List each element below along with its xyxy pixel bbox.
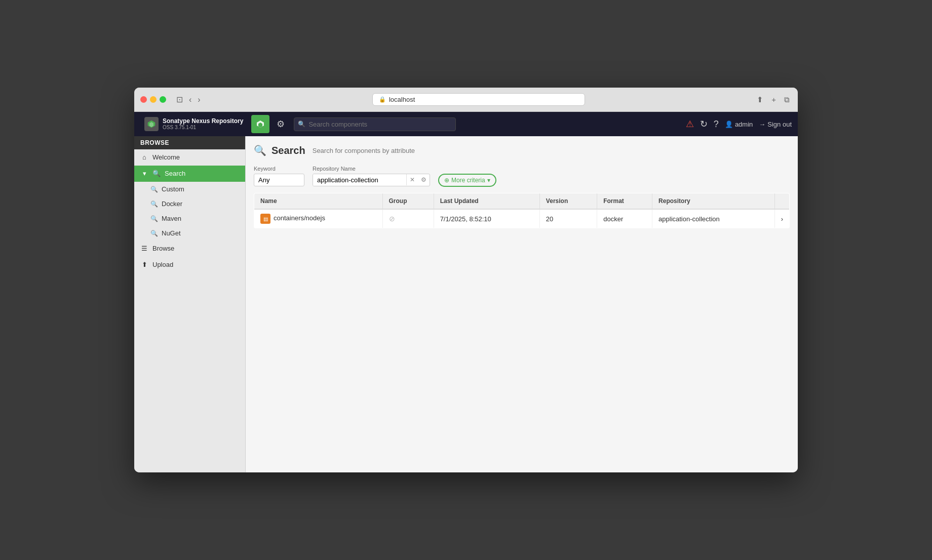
keyword-label: Keyword [254, 166, 304, 172]
col-header-version: Version [539, 193, 597, 210]
back-btn[interactable]: ‹ [187, 94, 193, 105]
results-table: Name Group Last Updated Version Format R… [254, 193, 790, 228]
table-row[interactable]: ▤containers/nodejs ⊘ 7/1/2025, 8:52:10 2… [254, 209, 790, 228]
sidebar-item-label-upload: Upload [152, 261, 173, 268]
repo-clear-btn[interactable]: ✕ [407, 174, 418, 185]
help-btn[interactable]: ? [714, 119, 719, 130]
address-bar[interactable]: 🔒 localhost [372, 93, 585, 106]
share-btn[interactable]: ⬆ [755, 94, 765, 105]
user-label: admin [735, 121, 753, 128]
more-criteria-wrapper: ⊕ More criteria ▾ [438, 174, 496, 187]
content-area: 🔍 Search Search for components by attrib… [246, 136, 798, 472]
maximize-button[interactable] [160, 96, 166, 103]
sidebar-item-custom[interactable]: 🔍 Custom [134, 182, 245, 196]
top-nav: Sonatype Nexus Repository OSS 3.75.1-01 … [134, 112, 798, 136]
browser-chrome: ⊡ ‹ › 🔒 localhost ⬆ + ⧉ [134, 88, 798, 112]
app-container: Sonatype Nexus Repository OSS 3.75.1-01 … [134, 112, 798, 472]
browser-actions: ⬆ + ⧉ [755, 94, 792, 105]
browse-icon: ☰ [140, 245, 148, 252]
address-bar-container: 🔒 localhost [207, 93, 751, 106]
nav-right: ⚠ ↻ ? 👤 admin → Sign out [686, 118, 792, 130]
settings-nav-btn[interactable]: ⚙ [271, 115, 290, 133]
search-icon-docker: 🔍 [150, 201, 158, 208]
sidebar-item-label-browse: Browse [152, 245, 174, 252]
chevron-down-icon: ▾ [487, 177, 490, 184]
cell-format: docker [597, 209, 652, 228]
lock-icon: 🔒 [379, 96, 386, 103]
more-criteria-btn[interactable]: ⊕ More criteria ▾ [438, 174, 496, 187]
repo-filter: ✕ ⚙ [313, 174, 430, 186]
plus-icon: ⊕ [444, 177, 449, 184]
col-header-name: Name [254, 193, 383, 210]
sidebar-item-label-custom: Custom [162, 185, 184, 193]
tabs-btn[interactable]: ⧉ [782, 94, 792, 105]
group-icon: ⊘ [389, 215, 395, 223]
nav-search-input[interactable] [294, 117, 456, 131]
sidebar-item-label-maven: Maven [162, 215, 181, 222]
url-text: localhost [389, 96, 415, 103]
user-menu-btn[interactable]: 👤 admin [725, 121, 753, 128]
forward-btn[interactable]: › [196, 94, 202, 105]
cell-repository: application-collection [652, 209, 775, 228]
sidebar-section-header: Browse [134, 136, 245, 149]
alert-btn[interactable]: ⚠ [686, 118, 694, 130]
sidebar-item-label-welcome: Welcome [152, 153, 180, 161]
search-icon-nuget: 🔍 [150, 230, 158, 237]
repo-name-filter-group: Repository Name ✕ ⚙ [313, 166, 430, 186]
main-area: Browse ⌂ Welcome ▾ 🔍 Search 🔍 Custom 🔍 D [134, 136, 798, 472]
col-header-format: Format [597, 193, 652, 210]
sidebar-item-docker[interactable]: 🔍 Docker [134, 196, 245, 211]
cell-name: ▤containers/nodejs [254, 209, 383, 228]
keyword-input[interactable] [254, 174, 304, 186]
sidebar-item-maven[interactable]: 🔍 Maven [134, 211, 245, 226]
col-header-last-updated: Last Updated [434, 193, 539, 210]
repo-filter-buttons: ✕ ⚙ [406, 174, 430, 185]
search-icon: 🔍 [298, 121, 305, 128]
browser-navigation: ⊡ ‹ › [174, 94, 203, 105]
search-icon-custom: 🔍 [150, 186, 158, 193]
search-filters: Keyword Repository Name ✕ ⚙ [254, 165, 790, 187]
repo-settings-btn[interactable]: ⚙ [418, 174, 430, 185]
sign-out-btn[interactable]: → Sign out [759, 121, 792, 128]
sign-out-label: Sign out [767, 121, 792, 128]
cell-last-updated: 7/1/2025, 8:52:10 [434, 209, 539, 228]
search-icon-maven: 🔍 [150, 215, 158, 222]
col-header-repository: Repository [652, 193, 775, 210]
sidebar-item-label-search: Search [165, 170, 185, 177]
sign-out-icon: → [759, 121, 765, 128]
brand-version: OSS 3.75.1-01 [163, 125, 243, 131]
search-icon-search: 🔍 [152, 170, 161, 177]
sidebar-item-browse[interactable]: ☰ Browse [134, 241, 245, 257]
keyword-filter-group: Keyword [254, 166, 304, 186]
sidebar-item-label-nuget: NuGet [162, 229, 181, 237]
sidebar-item-search[interactable]: ▾ 🔍 Search [134, 166, 245, 182]
new-tab-btn[interactable]: + [769, 94, 778, 105]
brand-icon [144, 117, 159, 131]
refresh-btn[interactable]: ↻ [700, 118, 708, 130]
sidebar: Browse ⌂ Welcome ▾ 🔍 Search 🔍 Custom 🔍 D [134, 136, 246, 472]
sidebar-item-upload[interactable]: ⬆ Upload [134, 257, 245, 273]
search-page-icon: 🔍 [254, 144, 266, 156]
home-icon: ⌂ [140, 153, 148, 161]
brand-name: Sonatype Nexus Repository [163, 117, 243, 125]
cell-group: ⊘ [382, 209, 434, 228]
sidebar-item-nuget[interactable]: 🔍 NuGet [134, 226, 245, 241]
components-nav-btn[interactable] [251, 115, 269, 133]
row-expand-btn[interactable]: › [774, 209, 789, 228]
sidebar-item-welcome[interactable]: ⌂ Welcome [134, 149, 245, 166]
page-subtitle: Search for components by attribute [313, 147, 415, 154]
cell-version: 20 [539, 209, 597, 228]
repo-name-label: Repository Name [313, 166, 430, 172]
table-header: Name Group Last Updated Version Format R… [254, 193, 790, 210]
col-header-expand [774, 193, 789, 210]
brand-text: Sonatype Nexus Repository OSS 3.75.1-01 [163, 117, 243, 131]
traffic-lights [140, 96, 166, 103]
close-button[interactable] [140, 96, 147, 103]
minimize-button[interactable] [150, 96, 157, 103]
upload-icon: ⬆ [140, 261, 148, 268]
repo-name-input[interactable] [313, 174, 406, 186]
brand: Sonatype Nexus Repository OSS 3.75.1-01 [140, 117, 247, 131]
component-icon: ▤ [260, 214, 270, 224]
nav-search-wrapper: 🔍 [294, 117, 456, 131]
sidebar-toggle-btn[interactable]: ⊡ [174, 94, 185, 105]
